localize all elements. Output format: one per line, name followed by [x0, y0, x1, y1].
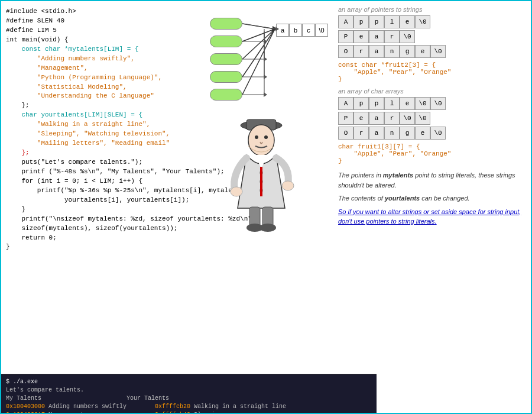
svg-point-23 — [255, 135, 258, 139]
figure-svg: gcc — [214, 108, 309, 232]
terminal-line: My Talents Your Talents — [6, 394, 372, 403]
note2: The contents of yourtalents can be chang… — [338, 193, 525, 203]
section1-title: an array of pointers to strings — [338, 6, 525, 13]
svg-line-2 — [242, 29, 275, 59]
svg-line-4 — [242, 29, 275, 95]
code-block: #include <stdio.h> #define SLEN 40 #defi… — [6, 7, 197, 252]
svg-line-1 — [242, 29, 275, 41]
svg-point-33 — [259, 224, 276, 232]
svg-line-5 — [242, 24, 275, 29]
svg-point-28 — [231, 187, 242, 196]
terminal-line: 0x100403017 Management 0xffffcb48 Sleepi… — [6, 411, 372, 414]
terminal-panel: $ ./a.exe Let's compare talents. My Tale… — [1, 374, 377, 414]
apple-grid-2: App le\0 \0 Pea r\0\0 Ora nge \0 — [338, 97, 525, 140]
police-figure: gcc — [214, 108, 309, 232]
fruit1-code: char fruit1[3][7] = { "Apple", "Pear", "… — [338, 143, 525, 164]
svg-line-0 — [242, 24, 275, 29]
svg-marker-16 — [264, 57, 267, 62]
section2-title: an array of char arrays — [338, 88, 525, 95]
note1: The pointers in mytalents point to strin… — [338, 170, 525, 190]
svg-line-3 — [242, 29, 275, 77]
fruit2-code: const char *fruit2[3] = { "Apple", "Pear… — [338, 62, 525, 83]
terminal-container: $ ./a.exe Let's compare talents. My Tale… — [1, 374, 377, 414]
svg-marker-17 — [264, 75, 267, 79]
bottom-right-spacer — [377, 374, 531, 414]
terminal-line: 0x100403000 Adding numbers swiftly 0xfff… — [6, 403, 372, 411]
diagram-panel: a b c \0 — [202, 1, 332, 374]
terminal-line: Let's compare talents. — [6, 386, 372, 394]
svg-point-22 — [248, 125, 274, 156]
note3: So if you want to alter strings or set a… — [338, 207, 525, 227]
main-content: #include <stdio.h> #define SLEN 40 #defi… — [1, 1, 531, 374]
svg-point-24 — [264, 135, 268, 139]
svg-point-29 — [282, 181, 294, 190]
terminal-line: $ ./a.exe — [6, 378, 372, 386]
svg-marker-15 — [264, 39, 267, 44]
apple-grid-1: App le\0 Pea r\0 Ora nge \0 — [338, 15, 525, 58]
info-panel: an array of pointers to strings App le\0… — [332, 1, 531, 374]
svg-marker-18 — [264, 92, 267, 97]
code-panel: #include <stdio.h> #define SLEN 40 #defi… — [1, 1, 202, 374]
bottom-row: $ ./a.exe Let's compare talents. My Tale… — [1, 374, 531, 414]
